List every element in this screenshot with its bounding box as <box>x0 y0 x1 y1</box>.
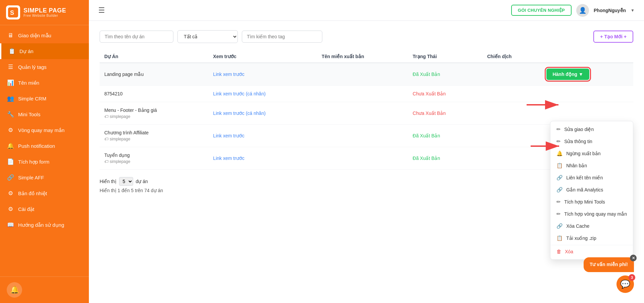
header-right: GÓI CHUYÊN NGHIỆP 👤 PhongNguyễn ▼ <box>511 4 635 17</box>
dropdown-item-label: Xóa Cache <box>566 223 589 229</box>
chevron-down-icon[interactable]: ▼ <box>631 8 635 13</box>
du-an-icon: 📋 <box>8 48 15 55</box>
preview-link[interactable]: Link xem trước (cá nhân) <box>213 91 266 96</box>
dropdown-item-nhan-ban[interactable]: 📋Nhân bản <box>550 160 633 172</box>
table-header: Dự Án Xem trước Tên miền xuất bản Trạng … <box>100 50 633 63</box>
nhan-ban-icon: 📋 <box>556 163 563 169</box>
sidebar-item-label: Simple CRM <box>18 96 46 101</box>
dropdown-item-label: Liên kết tên miền <box>566 175 603 180</box>
logo-title: SIMPLE PAGE <box>23 7 66 14</box>
simple-aff-icon: 🔗 <box>7 174 14 181</box>
showing-text: Hiển thị 1 đến 5 trên 74 dự án <box>100 188 163 193</box>
sidebar-item-mini-tools[interactable]: 🔧Mini Tools <box>0 106 89 122</box>
sidebar-item-label: Bản đồ nhiệt <box>18 190 47 197</box>
preview-link[interactable]: Link xem trước <box>213 72 244 77</box>
xoa-icon: 🗑 <box>556 249 561 254</box>
sidebar: S SIMPLE PAGE Free Website Builder 🖥Giao… <box>0 0 89 303</box>
tag-badge: 🏷simplepage <box>104 159 130 164</box>
status-badge: Chưa Xuất Bản <box>413 111 446 116</box>
dropdown-item-tich-hop-vong-quay[interactable]: ✏Tích hợp vòng quay may mắn <box>550 208 633 220</box>
dropdown-item-label: Tích hợp vòng quay may mắn <box>564 211 627 217</box>
sidebar-item-giao-dien[interactable]: 🖥Giao diện mẫu <box>0 28 89 43</box>
giao-dien-icon: 🖥 <box>7 32 14 39</box>
dropdown-item-label: Xóa <box>565 249 573 254</box>
sidebar-item-label: Simple AFF <box>18 175 44 180</box>
cell-name: Menu - Footer - Bảng giá 🏷simplepage <box>100 102 208 125</box>
per-page-select[interactable]: 5 <box>119 177 133 186</box>
col-action <box>542 50 633 63</box>
sidebar-item-simple-aff[interactable]: 🔗Simple AFF <box>0 170 89 185</box>
create-new-button[interactable]: + Tạo Mới + <box>593 31 633 43</box>
tich-hop-vong-quay-icon: ✏ <box>556 211 561 217</box>
cell-campaign <box>482 63 542 86</box>
lien-ket-ten-mien-icon: 🔗 <box>556 175 563 181</box>
ngung-xuat-ban-icon: 🔔 <box>556 150 563 157</box>
chat-badge-count: 3 <box>629 274 635 281</box>
cell-status: Chưa Xuất Bản <box>408 102 482 125</box>
cell-domain <box>317 86 408 102</box>
cell-domain <box>317 102 408 125</box>
vong-quay-icon: ⚙ <box>7 127 14 134</box>
status-filter-select[interactable]: Tất cả <box>177 30 238 43</box>
sidebar-item-label: Cài đặt <box>18 206 34 212</box>
dropdown-item-label: Ngừng xuất bản <box>566 151 601 156</box>
tag-search-input[interactable] <box>242 31 322 43</box>
dropdown-item-label: Gắn mã Analytics <box>566 187 603 192</box>
simple-crm-icon: 👥 <box>7 95 14 102</box>
dropdown-item-tich-hop-mini-tools[interactable]: ✏Tích hợp Mini Tools <box>550 196 633 208</box>
avatar: 👤 <box>576 4 589 17</box>
logo-icon: S <box>6 5 20 19</box>
cell-preview: Link xem trước <box>208 63 317 86</box>
sidebar-item-vong-quay[interactable]: ⚙Vòng quay may mắn <box>0 122 89 138</box>
dropdown-item-xoa-cache[interactable]: 🔗Xóa Cache <box>550 220 633 232</box>
cai-dat-icon: ⚙ <box>7 206 14 213</box>
user-name: PhongNguyễn <box>594 8 626 13</box>
preview-link[interactable]: Link xem trước (cá nhân) <box>213 111 266 116</box>
project-name: Menu - Footer - Bảng giá <box>104 107 204 113</box>
dropdown-item-label: Tích hợp Mini Tools <box>564 199 605 205</box>
sidebar-item-tich-hop-form[interactable]: 📄Tích hợp form <box>0 154 89 170</box>
red-arrow-indicator <box>527 98 567 112</box>
dropdown-item-gan-ma-analytics[interactable]: 🔗Gắn mã Analytics <box>550 184 633 196</box>
sidebar-item-du-an[interactable]: 📋Dự án <box>0 43 89 59</box>
tich-hop-form-icon: 📄 <box>7 158 14 165</box>
sidebar-item-push-notification[interactable]: 🔔Push notification <box>0 138 89 154</box>
cell-name: 8754210 <box>100 86 208 102</box>
sidebar-item-simple-crm[interactable]: 👥Simple CRM <box>0 91 89 106</box>
sidebar-item-quan-ly-tags[interactable]: ☰Quản lý tags <box>0 59 89 75</box>
cell-name: Landing page mẫu <box>100 63 208 86</box>
cell-status: Đã Xuất Bản <box>408 125 482 147</box>
header: ☰ GÓI CHUYÊN NGHIỆP 👤 PhongNguyễn ▼ <box>89 0 644 21</box>
hamburger-icon[interactable]: ☰ <box>98 6 105 15</box>
dropdown-item-sua-giao-dien[interactable]: ✏Sửa giao diện <box>550 123 633 135</box>
sidebar-item-ban-do-nhiet[interactable]: ⚙Bản đồ nhiệt <box>0 185 89 201</box>
preview-link[interactable]: Link xem trước <box>213 156 244 161</box>
cell-status: Đã Xuất Bản <box>408 147 482 170</box>
col-du-an: Dự Án <box>100 50 208 63</box>
dropdown-item-lien-ket-ten-mien[interactable]: 🔗Liên kết tên miền <box>550 172 633 184</box>
col-xem-truoc: Xem trước <box>208 50 317 63</box>
sidebar-item-label: Giao diện mẫu <box>18 33 51 39</box>
project-name: Chương trình Affiliate <box>104 130 204 135</box>
logo-subtitle: Free Website Builder <box>23 14 66 17</box>
sidebar-nav: 🖥Giao diện mẫu📋Dự án☰Quản lý tags📊Tên mi… <box>0 25 89 276</box>
dropdown-item-tai-xuong-zip[interactable]: 📋Tải xuống .zip <box>550 232 633 244</box>
huong-dan-icon: 📖 <box>7 221 14 228</box>
dropdown-item-label: Nhân bản <box>566 163 587 168</box>
chat-bubble[interactable]: ✕ Tư vấn miễn phí! <box>584 257 634 272</box>
chat-open-button[interactable]: 💬 3 <box>616 275 634 293</box>
sidebar-item-cai-dat[interactable]: ⚙Cài đặt <box>0 201 89 217</box>
action-button[interactable]: Hành động ▼ <box>546 69 589 80</box>
sidebar-item-label: Tên miền <box>18 80 39 86</box>
sidebar-item-ten-mien[interactable]: 📊Tên miền <box>0 75 89 91</box>
sidebar-item-huong-dan[interactable]: 📖Hướng dẫn sử dụng <box>0 217 89 233</box>
preview-link[interactable]: Link xem trước <box>213 133 244 138</box>
dropdown-item-label: Sửa thông tin <box>564 139 592 144</box>
pro-plan-button[interactable]: GÓI CHUYÊN NGHIỆP <box>511 5 572 16</box>
header-left: ☰ <box>98 6 105 15</box>
tag-badge: 🏷simplepage <box>104 114 130 119</box>
notification-bell-button[interactable]: 🔔 <box>7 282 22 298</box>
dropdown-item-xoa[interactable]: 🗑Xóa <box>550 245 633 257</box>
search-input[interactable] <box>100 31 173 43</box>
col-chien-dich: Chiến dịch <box>482 50 542 63</box>
